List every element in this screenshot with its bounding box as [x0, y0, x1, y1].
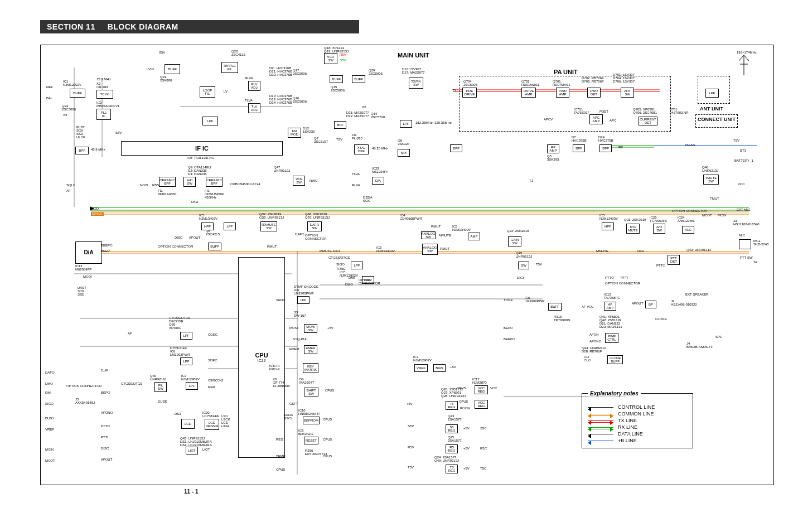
q14: Q14 2SC5700	[371, 112, 385, 119]
q21: Q21 2SK880	[160, 75, 172, 82]
lpf-d: LPF	[180, 332, 192, 340]
q24: Q24: 2SA1577 Q49: UNR9213J	[434, 456, 459, 462]
cpu5d: CPU5	[323, 454, 332, 458]
afono: AFONO	[101, 411, 113, 414]
bpf-45: BPF	[75, 147, 89, 154]
t5v2: T5V	[733, 139, 739, 142]
key-mat: KEY MATRIX	[303, 363, 318, 373]
busy: BUSY	[45, 417, 54, 420]
svg-line-14	[739, 55, 744, 61]
bpf-r1: BPF	[450, 144, 462, 152]
ant-freq: 136~174MHz	[737, 51, 757, 54]
bal: BAL	[46, 96, 52, 100]
ic5b: IC5 NJM13403V	[452, 225, 471, 231]
block-diagram: MAIN UNIT PA UNIT ANT UNIT 136~174MHz CO…	[40, 45, 774, 485]
mc1: MC1 SKB-2748	[753, 239, 768, 246]
lpf-c: LPF	[351, 262, 363, 269]
s5c: S5C	[480, 427, 487, 430]
nois: NOIS	[140, 183, 148, 187]
ic25: IC25 TC7W53FK	[650, 216, 667, 223]
if-ic-block: IF IC	[121, 141, 283, 156]
wn-sw: W/N SW	[293, 176, 305, 186]
da-label: D/A	[84, 250, 93, 255]
legend-line	[588, 407, 613, 408]
digi3: DIGI	[637, 249, 644, 253]
5v-d: +5V	[463, 427, 470, 430]
ic10: IC10 HN58X2464TI	[298, 409, 320, 415]
pwr-ctrl: PWR CTRL	[605, 333, 618, 343]
q25: Q25 2SA1577	[448, 436, 462, 442]
t5-reg: T5 REG	[446, 465, 458, 473]
cbpf1: CERAMIC BPF	[159, 177, 176, 187]
q22: Q22 2SC5006	[62, 104, 76, 111]
q45: Q45: UNR9113J DS1: LNJ310M6URA DS2: LNJ3…	[180, 437, 212, 447]
ic8: IC8 BD5242G	[298, 429, 313, 436]
fil-sw: FIL SW	[154, 382, 167, 392]
mcin: MCIN	[718, 214, 726, 217]
clone: CLONE	[655, 317, 667, 321]
mmute2: MMUTE	[320, 249, 332, 253]
batt1: BATTERY_1	[734, 159, 753, 162]
q705: Q705: XP6501 Q706: 2SC4081	[633, 108, 657, 114]
d16: D16:1SV307 D17: MA2S077	[402, 67, 425, 74]
q7: Q7 2SC5107	[314, 137, 328, 143]
q29: Q29 2SC5006	[369, 69, 383, 75]
pwr-det: PWR DET	[587, 88, 601, 98]
t1: T1	[529, 179, 533, 182]
adsw1: A/D SW	[183, 177, 196, 187]
gain-sw: GAIN SW	[508, 236, 521, 246]
afvol: AF VOL	[582, 305, 593, 308]
d701: D701: 1SV307 D704: 1SV307 D706: 1SV307	[613, 73, 635, 83]
mic: MIC	[739, 234, 745, 237]
dmo2: DMO	[45, 382, 53, 385]
da-block: D/A	[75, 241, 102, 264]
ic2: IC2 MB15A02PFV1	[96, 101, 119, 108]
lpf-pa: LPF	[705, 89, 719, 98]
ligt2: LIGT	[202, 448, 210, 451]
rlva: RLVA	[245, 76, 253, 80]
vcc2: VCC	[490, 386, 497, 390]
ctcss-l: CTCSS/DTCS	[121, 382, 142, 385]
tlva2: TLVA	[352, 172, 360, 176]
legend-line	[588, 434, 613, 434]
mod: MOD	[91, 207, 99, 210]
esda: ESDA ESCL	[284, 413, 293, 420]
legend: Explanatory notes CONTROL LINECOMMON LIN…	[582, 393, 693, 448]
lvin: LVIN	[147, 67, 154, 71]
d10: D10: HVC376B D13: HVC376B D34: HVC376B	[269, 94, 292, 104]
lpf2: LPF	[224, 223, 236, 230]
ic24: IC24 AN6123MS	[678, 216, 695, 223]
q18: Q18: XP1214 Q19: UNR9213J	[324, 46, 349, 53]
legend-line	[588, 427, 613, 428]
da-sub: IC12 M62364FP	[75, 264, 91, 271]
legend-label: CONTROL LINE	[618, 404, 655, 410]
q41: Q41: XP6501 Q42: 2SB1132 D21: DAN222 D23…	[599, 315, 622, 328]
duse: DUSE	[158, 400, 167, 403]
tx-lbl: TX	[452, 89, 457, 92]
lpf-freq: 182.35MHz~220.35MHz	[415, 121, 452, 124]
q40: Q40 UNR9213J	[150, 374, 166, 381]
cpu5a: CPU5	[325, 389, 334, 392]
apc: APC	[610, 119, 616, 122]
dafo-l: DAFO	[295, 233, 304, 236]
lcd: LCD	[181, 419, 195, 429]
q36: Q36: 2SK3019 Q37: UNR9213J	[305, 212, 330, 219]
mic-sw	[739, 239, 751, 249]
bpf-fm: BPF	[334, 121, 346, 129]
page: SECTION 11 BLOCK DIAGRAM	[0, 0, 798, 532]
ic7c: IC7 NJM12902V	[413, 355, 432, 362]
temp: TEMP	[276, 454, 286, 458]
tmute-sw: TMUTE SW	[703, 175, 719, 185]
mmute3: MMUTE	[596, 249, 608, 253]
d6: D6 MA2S077	[299, 378, 314, 384]
ic17: IC17 NJM2870	[472, 378, 487, 384]
rmut2: RMUT	[440, 247, 449, 250]
digi2: DIGI	[333, 249, 340, 253]
tone2: TONE	[504, 298, 513, 302]
opt-conn-r: OPTION CONNECTOR	[672, 209, 707, 212]
q34: Q34: 2SK3019	[507, 229, 529, 233]
ic20: IC20 LC75834W	[202, 411, 219, 418]
emer: EMER	[289, 347, 299, 351]
emer-sw: EMER SW	[304, 345, 317, 354]
cenco: CENCO-2	[208, 379, 223, 382]
